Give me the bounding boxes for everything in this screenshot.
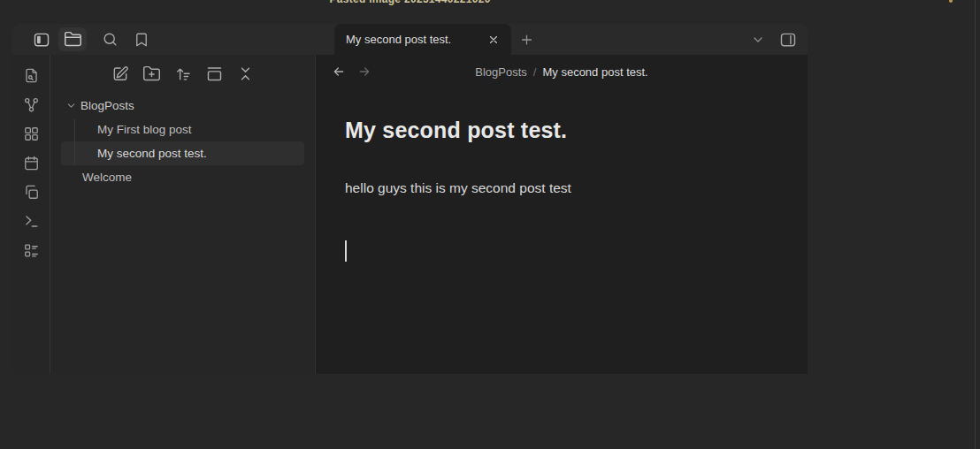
chevron-down-icon bbox=[751, 33, 765, 47]
file-explorer-panel: BlogPosts My First blog post My second p… bbox=[50, 55, 316, 374]
panel-layout-button[interactable] bbox=[205, 65, 224, 83]
file-label: My second post test. bbox=[97, 147, 207, 160]
new-note-icon bbox=[111, 65, 129, 83]
bookmarks-tab-button[interactable] bbox=[130, 27, 153, 51]
new-tab-button[interactable] bbox=[519, 32, 534, 47]
sort-order-button[interactable] bbox=[174, 65, 192, 83]
file-search-icon[interactable] bbox=[23, 67, 40, 84]
search-icon bbox=[102, 31, 119, 48]
tab-title: My second post test. bbox=[346, 33, 451, 46]
sort-ascending-icon bbox=[174, 65, 192, 83]
file-tree: BlogPosts My First blog post My second p… bbox=[50, 94, 315, 189]
file-label: My First blog post bbox=[97, 123, 192, 136]
folder-icon bbox=[64, 30, 82, 49]
right-edge-divider bbox=[975, 0, 976, 449]
new-note-button[interactable] bbox=[111, 65, 129, 83]
note-paragraph: hello guys this is my second post test bbox=[345, 180, 778, 196]
screenshot-canvas: Pasted image 20251440221020 bbox=[0, 0, 980, 449]
editor-header: BlogPosts / My second post test. bbox=[316, 55, 808, 88]
tree-file-second-post-selected[interactable]: My second post test. bbox=[61, 141, 304, 165]
left-ribbon bbox=[12, 55, 50, 374]
tab-close-button[interactable] bbox=[487, 34, 500, 46]
plus-icon bbox=[519, 32, 534, 47]
breadcrumb: BlogPosts / My second post test. bbox=[316, 55, 808, 88]
graph-view-icon[interactable] bbox=[23, 96, 40, 113]
layout-list-icon[interactable] bbox=[23, 242, 40, 259]
new-folder-icon bbox=[142, 65, 161, 83]
chevron-down-icon bbox=[65, 100, 77, 111]
tree-file-first-post[interactable]: My First blog post bbox=[50, 118, 315, 141]
copy-icon[interactable] bbox=[23, 184, 40, 201]
new-folder-button[interactable] bbox=[142, 65, 161, 83]
clipped-window-title: Pasted image 20251440221020 bbox=[12, 0, 808, 5]
indent-guide bbox=[74, 119, 75, 165]
file-label: Welcome bbox=[82, 171, 132, 184]
panel-right-icon bbox=[779, 31, 797, 49]
active-tab[interactable]: My second post test. bbox=[334, 24, 511, 55]
tab-bar: My second post test. bbox=[12, 24, 808, 55]
tab-list-button[interactable] bbox=[751, 33, 765, 47]
layout-grid-icon[interactable] bbox=[23, 126, 40, 142]
tree-folder-blogposts[interactable]: BlogPosts bbox=[50, 94, 315, 118]
calendar-icon[interactable] bbox=[23, 155, 40, 171]
collapse-all-icon bbox=[237, 65, 254, 82]
tree-file-welcome[interactable]: Welcome bbox=[50, 165, 315, 189]
panel-top-line-icon bbox=[205, 65, 224, 83]
panel-left-icon bbox=[33, 31, 50, 49]
breadcrumb-parent[interactable]: BlogPosts bbox=[475, 65, 527, 79]
editor-pane: BlogPosts / My second post test. My seco… bbox=[316, 55, 808, 374]
folder-label: BlogPosts bbox=[80, 99, 134, 112]
text-cursor bbox=[345, 240, 347, 262]
obsidian-window: My second post test. bbox=[12, 24, 808, 374]
left-sidebar-toggle-button[interactable] bbox=[28, 27, 55, 51]
breadcrumb-separator: / bbox=[533, 65, 537, 79]
terminal-icon[interactable] bbox=[23, 213, 40, 230]
note-content[interactable]: My second post test. hello guys this is … bbox=[316, 88, 808, 262]
explorer-toolbar bbox=[50, 65, 315, 83]
right-sidebar-toggle-button[interactable] bbox=[779, 31, 797, 49]
files-tab-button[interactable] bbox=[58, 27, 87, 51]
pasted-image-title: Pasted image 20251440221020 bbox=[12, 0, 808, 5]
breadcrumb-current[interactable]: My second post test. bbox=[542, 65, 647, 79]
close-icon bbox=[487, 34, 500, 46]
cut-off-accent-dot bbox=[949, 0, 953, 3]
note-heading: My second post test. bbox=[345, 118, 778, 143]
bookmark-icon bbox=[134, 32, 149, 48]
collapse-all-button[interactable] bbox=[237, 65, 254, 83]
search-tab-button[interactable] bbox=[97, 27, 122, 51]
